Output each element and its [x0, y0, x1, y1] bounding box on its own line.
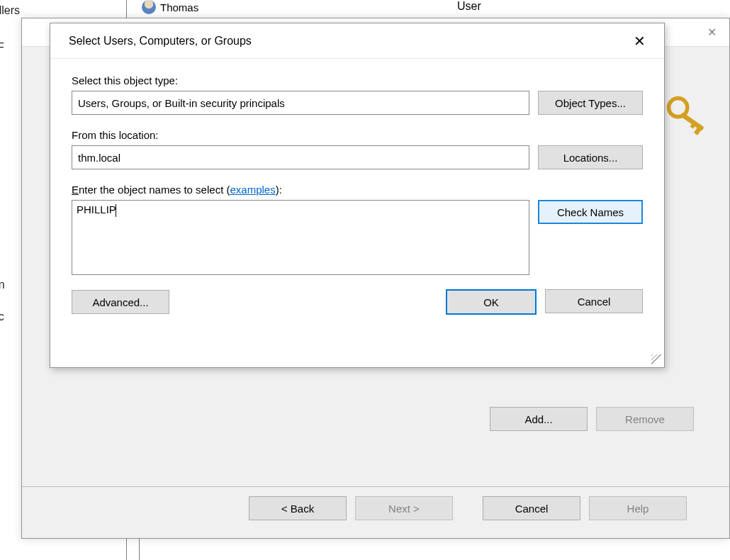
separator: [22, 486, 729, 487]
close-icon[interactable]: ✕: [629, 30, 650, 52]
help-button: Help: [589, 496, 687, 520]
dialog-titlebar: Select Users, Computers, or Groups ✕: [50, 23, 664, 59]
object-types-button[interactable]: Object Types...: [538, 91, 643, 115]
key-icon: [664, 94, 714, 143]
close-icon[interactable]: ✕: [707, 26, 717, 39]
user-list-row[interactable]: Thomas: [142, 0, 198, 14]
examples-link[interactable]: examples: [230, 184, 275, 196]
dialog-button-row: Advanced... OK Cancel: [72, 289, 643, 315]
locations-button[interactable]: Locations...: [538, 145, 643, 169]
next-button: Next >: [355, 496, 453, 520]
tree-item: trollers: [0, 3, 113, 18]
object-type-field: Users, Groups, or Built-in security prin…: [72, 91, 529, 115]
remove-button: Remove: [596, 407, 694, 431]
cancel-button[interactable]: Cancel: [545, 289, 643, 313]
add-button[interactable]: Add...: [490, 407, 588, 431]
location-label: From this location:: [72, 129, 643, 141]
ok-button[interactable]: OK: [446, 289, 537, 315]
add-remove-row: Add... Remove: [490, 407, 694, 431]
object-type-label: Select this object type:: [72, 74, 643, 86]
dialog-body: Select this object type: Users, Groups, …: [50, 59, 664, 329]
names-label: Enter the object names to select (exampl…: [72, 184, 643, 196]
object-names-input[interactable]: PHILLIP: [72, 200, 529, 275]
user-icon: [142, 0, 156, 14]
dialog-title: Select Users, Computers, or Groups: [69, 35, 252, 47]
check-names-button[interactable]: Check Names: [538, 200, 643, 224]
select-users-dialog: Select Users, Computers, or Groups ✕ Sel…: [50, 23, 665, 368]
advanced-button[interactable]: Advanced...: [72, 290, 169, 314]
cancel-button[interactable]: Cancel: [483, 496, 580, 520]
resize-grip[interactable]: [651, 354, 661, 364]
location-field: thm.local: [72, 145, 529, 169]
wizard-button-row: < Back Next > Cancel Help: [249, 496, 687, 520]
back-button[interactable]: < Back: [249, 496, 347, 520]
user-name: Thomas: [160, 1, 198, 13]
user-type: User: [457, 0, 481, 13]
